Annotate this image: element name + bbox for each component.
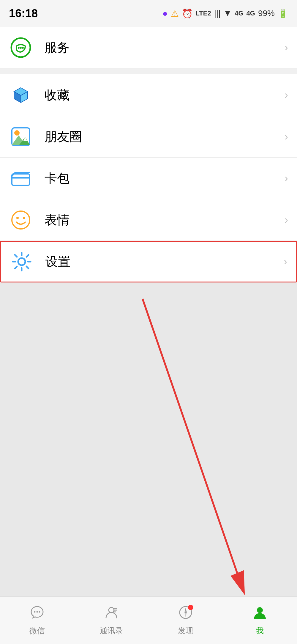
menu-section: 服务 › xyxy=(0,27,297,282)
wallet-icon xyxy=(9,167,33,190)
alarm-icon: ⏰ xyxy=(182,8,193,19)
svg-line-33 xyxy=(26,255,29,257)
wechat-nav-icon xyxy=(29,605,45,624)
nav-item-wechat[interactable]: 微信 xyxy=(0,597,74,644)
nav-item-discover[interactable]: 发现 xyxy=(148,597,223,644)
network-icon: ● xyxy=(162,8,168,18)
menu-item-collection[interactable]: 收藏 › xyxy=(0,74,297,116)
4g-signal-icon: 4G xyxy=(247,10,255,17)
status-bar: 16:18 ● ⚠ ⏰ LTE2 ||| ▼ 4G 4G 99% 🔋 xyxy=(0,0,297,27)
svg-line-34 xyxy=(15,266,17,268)
emoji-arrow: › xyxy=(285,214,288,226)
collection-label: 收藏 xyxy=(45,87,285,103)
svg-point-38 xyxy=(37,611,38,613)
moments-arrow: › xyxy=(285,131,288,143)
contacts-nav-icon xyxy=(104,605,119,624)
nav-item-contacts[interactable]: 通讯录 xyxy=(74,597,148,644)
settings-label: 设置 xyxy=(45,253,284,270)
menu-item-moments[interactable]: 朋友圈 › xyxy=(0,116,297,158)
svg-point-26 xyxy=(18,258,25,265)
emoji-icon xyxy=(9,208,33,232)
4g-icon1: 4G xyxy=(235,10,243,17)
svg-point-39 xyxy=(39,611,40,613)
signal-icon: ||| xyxy=(214,9,221,18)
contacts-nav-label: 通讯录 xyxy=(100,626,123,636)
svg-line-31 xyxy=(15,255,17,257)
svg-point-47 xyxy=(185,612,187,613)
service-label: 服务 xyxy=(45,39,285,56)
section-gap-1 xyxy=(0,68,297,74)
svg-line-36 xyxy=(143,299,244,591)
battery-icon: 🔋 xyxy=(278,9,288,18)
service-icon xyxy=(9,36,33,59)
svg-line-32 xyxy=(26,266,29,268)
svg-point-24 xyxy=(16,217,19,219)
moments-icon xyxy=(9,125,33,149)
moments-label: 朋友圈 xyxy=(45,128,285,145)
menu-item-settings[interactable]: 设置 › xyxy=(0,241,297,282)
wifi-icon: ▼ xyxy=(224,9,232,18)
status-icons: ● ⚠ ⏰ LTE2 ||| ▼ 4G 4G 99% 🔋 xyxy=(162,8,288,19)
svg-point-48 xyxy=(257,607,263,613)
settings-icon xyxy=(10,250,34,274)
emoji-label: 表情 xyxy=(45,212,285,228)
lte-icon: LTE2 xyxy=(196,10,211,17)
menu-item-service[interactable]: 服务 › xyxy=(0,27,297,68)
status-time: 16:18 xyxy=(9,7,38,20)
settings-arrow: › xyxy=(284,255,287,268)
gray-area xyxy=(0,282,297,644)
discover-nav-label: 发现 xyxy=(178,626,193,636)
discover-nav-icon xyxy=(178,605,193,624)
me-nav-label: 我 xyxy=(256,626,264,636)
menu-item-emoji[interactable]: 表情 › xyxy=(0,199,297,241)
discover-badge xyxy=(188,605,193,610)
annotation-arrow xyxy=(0,282,297,644)
svg-point-23 xyxy=(12,211,30,229)
svg-point-2 xyxy=(20,47,22,49)
svg-rect-21 xyxy=(12,174,30,185)
warning-icon: ⚠ xyxy=(171,8,179,19)
svg-point-17 xyxy=(15,131,19,135)
bottom-nav: 微信 通讯录 xyxy=(0,596,297,644)
wallet-arrow: › xyxy=(285,172,288,185)
svg-point-25 xyxy=(23,217,25,219)
service-arrow: › xyxy=(285,41,288,54)
svg-point-3 xyxy=(22,47,24,49)
wechat-nav-label: 微信 xyxy=(29,626,45,636)
menu-item-wallet[interactable]: 卡包 › xyxy=(0,158,297,199)
wallet-label: 卡包 xyxy=(45,170,285,187)
me-nav-icon xyxy=(252,605,268,624)
svg-point-1 xyxy=(18,47,20,49)
battery-percent: 99% xyxy=(258,9,275,18)
page-wrapper: 16:18 ● ⚠ ⏰ LTE2 ||| ▼ 4G 4G 99% 🔋 xyxy=(0,0,297,644)
svg-point-37 xyxy=(34,611,36,613)
nav-item-me[interactable]: 我 xyxy=(223,597,297,644)
svg-point-40 xyxy=(109,607,114,613)
collection-arrow: › xyxy=(285,89,288,101)
collection-icon xyxy=(9,83,33,107)
